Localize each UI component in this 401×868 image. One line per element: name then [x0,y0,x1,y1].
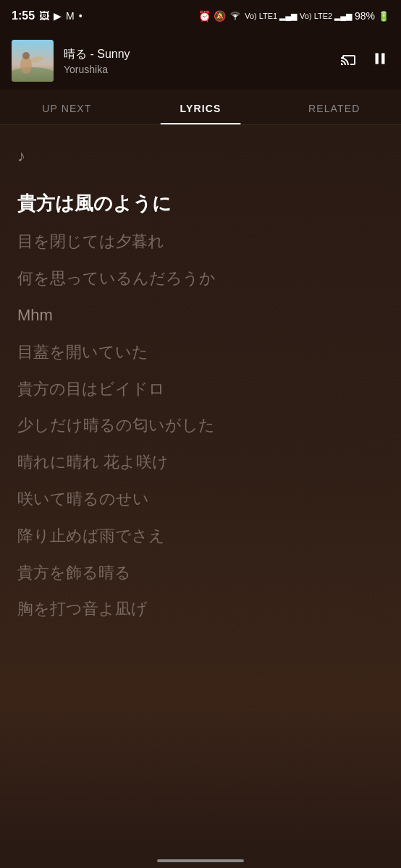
song-artist: Yorushika [64,64,330,75]
gmail-icon: M [66,10,75,22]
lyric-line-0: 貴方は風のように [17,183,384,224]
lyric-line-4: 目蓋を開いていた [17,334,384,371]
status-left: 1:55 🖼 ▶ M • [12,9,83,22]
status-time: 1:55 [12,9,35,22]
lyric-line-11: 胸を打つ音よ凪げ [17,591,384,628]
svg-point-3 [22,52,30,59]
lyric-line-3: Mhm [17,297,384,334]
battery-indicator: 98% [355,10,375,22]
lyrics-content: ♪ 貴方は風のように 目を閉じては夕暮れ 何を思っているんだろうか Mhm 目蓋… [0,125,401,846]
tabs-container: UP NEXT LYRICS RELATED [0,90,401,125]
pause-button[interactable] [371,49,389,72]
lyric-line-8: 咲いて晴るのせい [17,481,384,518]
lyric-line-1: 目を閉じては夕暮れ [17,224,384,260]
signal-lte2-icon: Vo) LTE2 ▂▄▆ [300,12,352,21]
youtube-icon: ▶ [54,10,62,22]
lyric-line-5: 貴方の目はビイドロ [17,371,384,408]
tab-related[interactable]: RELATED [267,90,401,124]
alarm-icon: ⏰ [198,10,211,22]
cast-button[interactable] [340,50,358,72]
photo-icon: 🖼 [39,10,49,22]
bottom-nav-indicator [157,859,244,862]
now-playing-controls [340,49,389,72]
lyric-line-10: 貴方を飾る晴る [17,555,384,592]
wifi-icon [229,10,242,22]
lyric-line-6: 少しだけ晴るの匂いがした [17,407,384,444]
status-bar: 1:55 🖼 ▶ M • ⏰ 🔕 Vo) LTE1 ▂▄▆ Vo) LTE2 ▂… [0,0,401,32]
tab-lyrics[interactable]: LYRICS [134,90,268,124]
song-title: 晴る - Sunny [64,47,330,62]
album-art [12,40,54,82]
mute-icon: 🔕 [214,10,226,22]
song-info: 晴る - Sunny Yorushika [64,47,330,75]
lyric-line-2: 何を思っているんだろうか [17,260,384,297]
lyric-line-9: 降り止めば雨でさえ [17,518,384,555]
dot-icon: • [79,10,83,22]
lyric-line-7: 晴れに晴れ 花よ咲け [17,444,384,481]
signal-lte1-icon: Vo) LTE1 ▂▄▆ [245,12,297,21]
svg-point-1 [12,67,54,82]
tab-up-next[interactable]: UP NEXT [0,90,134,124]
now-playing-bar: 晴る - Sunny Yorushika [0,32,401,90]
battery-icon: 🔋 [378,11,389,22]
status-right: ⏰ 🔕 Vo) LTE1 ▂▄▆ Vo) LTE2 ▂▄▆ 98% 🔋 [198,10,389,22]
music-note-icon: ♪ [17,147,384,166]
